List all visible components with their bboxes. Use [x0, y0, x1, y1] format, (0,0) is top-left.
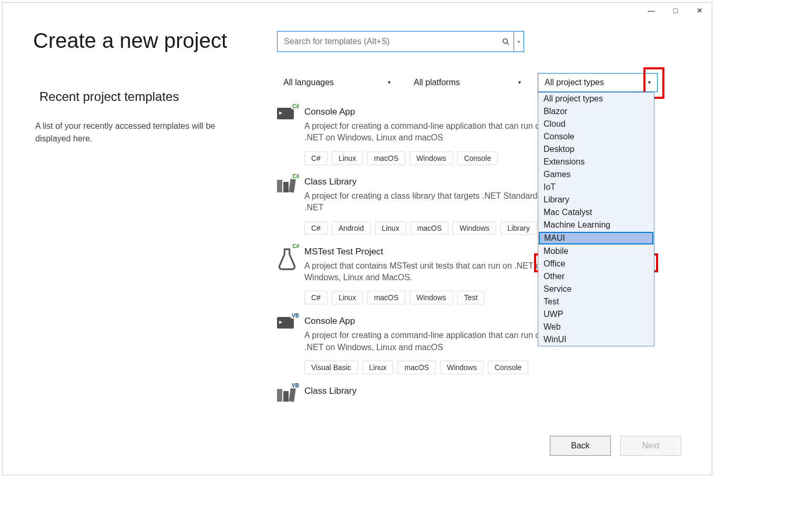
project-type-option[interactable]: Office [538, 258, 654, 270]
next-button: Next [620, 436, 681, 456]
template-description: A project for creating a class library t… [304, 190, 551, 214]
flask-icon: C# [277, 248, 297, 268]
project-type-option[interactable]: UWP [538, 308, 654, 321]
project-type-option[interactable]: Blazor [538, 105, 654, 118]
chevron-down-icon: ▼ [643, 74, 652, 91]
csharp-badge-icon: C# [291, 173, 300, 179]
filter-project-type-label: All project types [545, 78, 604, 87]
svg-point-0 [503, 38, 507, 43]
project-type-option[interactable]: Other [538, 270, 654, 283]
search-box[interactable]: ▾ [277, 31, 524, 52]
template-tag: Linux [362, 361, 393, 374]
project-type-option[interactable]: Mobile [538, 245, 654, 258]
filter-language-label: All languages [283, 78, 334, 87]
project-type-option[interactable]: WinUI [538, 333, 654, 346]
svg-line-1 [507, 43, 509, 45]
template-tag: Android [332, 221, 371, 235]
template-name: Class Library [304, 386, 685, 396]
csharp-badge-icon: C# [291, 104, 300, 109]
search-dropdown-button[interactable]: ▾ [514, 32, 524, 52]
template-tag: Library [500, 221, 537, 235]
filter-platform-label: All platforms [414, 78, 460, 87]
csharp-badge-icon: C# [291, 243, 300, 249]
template-tag: Linux [332, 291, 363, 304]
template-tag: Linux [375, 221, 406, 235]
project-type-option[interactable]: IoT [538, 181, 654, 193]
template-tag: C# [304, 151, 327, 165]
template-tag: C# [304, 221, 327, 235]
project-type-option[interactable]: Machine Learning [538, 219, 654, 231]
template-tag: C# [304, 291, 327, 304]
project-type-option[interactable]: Web [538, 321, 654, 333]
project-type-option[interactable]: MAUI [539, 232, 653, 244]
template-tag: macOS [367, 291, 405, 304]
template-tag: macOS [411, 221, 449, 235]
library-icon: VB [277, 387, 297, 407]
template-tag: Console [457, 151, 498, 165]
template-tag: Visual Basic [304, 361, 358, 374]
project-type-option[interactable]: Extensions [538, 156, 654, 168]
template-tag: Console [488, 361, 528, 374]
project-type-option[interactable]: Library [538, 193, 654, 206]
template-description: A project for creating a command-line ap… [304, 120, 551, 144]
template-tag: Test [457, 291, 485, 304]
filter-language-dropdown[interactable]: All languages ▼ [277, 73, 397, 92]
vb-badge-icon: VB [291, 313, 300, 319]
template-tag: Linux [332, 151, 363, 165]
library-icon: C# [277, 178, 297, 198]
console-icon: C# [277, 108, 297, 128]
template-tag: Windows [440, 361, 484, 374]
project-type-option[interactable]: Console [538, 130, 654, 143]
template-item[interactable]: VBClass Library [277, 386, 685, 407]
template-tag: Windows [453, 221, 496, 235]
project-type-option[interactable]: All project types [538, 93, 654, 105]
project-type-dropdown-menu: All project typesBlazorCloudConsoleDeskt… [538, 92, 654, 346]
filter-project-type-dropdown[interactable]: All project types ▼ [538, 73, 658, 92]
chevron-down-icon: ▼ [517, 80, 522, 85]
project-type-option[interactable]: Games [538, 168, 654, 181]
template-description: A project for creating a command-line ap… [304, 330, 551, 353]
chevron-down-icon: ▼ [387, 80, 392, 85]
template-description: A project that contains MSTest unit test… [304, 260, 551, 284]
project-type-option[interactable]: Desktop [538, 143, 654, 156]
recent-templates-text: A list of your recently accessed templat… [35, 120, 240, 145]
project-type-option[interactable]: Service [538, 283, 654, 295]
page-title: Create a new project [33, 29, 240, 53]
recent-templates-heading: Recent project templates [39, 89, 240, 104]
template-tag: macOS [367, 151, 405, 165]
window-minimize-button[interactable]: — [639, 3, 663, 18]
project-type-option[interactable]: Mac Catalyst [538, 206, 654, 219]
search-icon[interactable] [498, 32, 514, 52]
template-tag: Windows [409, 291, 453, 304]
template-tags: Visual BasicLinuxmacOSWindowsConsole [304, 361, 685, 374]
project-type-option[interactable]: Test [538, 295, 654, 308]
console-icon: VB [277, 317, 297, 337]
window-maximize-button[interactable]: □ [663, 3, 688, 18]
template-tag: Windows [409, 151, 453, 165]
vb-badge-icon: VB [291, 383, 300, 388]
window-close-button[interactable]: ✕ [688, 3, 712, 18]
project-type-option[interactable]: Cloud [538, 118, 654, 130]
template-tag: macOS [397, 361, 436, 374]
filter-platform-dropdown[interactable]: All platforms ▼ [407, 73, 527, 92]
search-input[interactable] [278, 32, 498, 52]
back-button[interactable]: Back [550, 436, 611, 456]
